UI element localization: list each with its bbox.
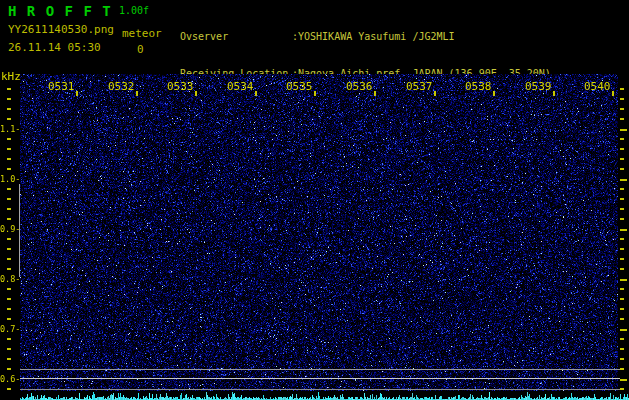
frequency-tick-label: 1.1- [0,124,19,134]
signal-level-canvas [20,391,629,400]
freq-minor-tick-left [7,158,11,160]
frequency-tick-label: 0.9- [0,224,19,234]
meteor-count: 0 [137,43,144,56]
time-tick-label: 0540 [584,80,611,93]
time-tick-mark [76,91,78,96]
time-tick-mark [553,91,555,96]
info-value: :YOSHIKAWA Yasufumi /JG2MLI [292,31,455,43]
freq-minor-tick-right [620,168,624,170]
info-label: Ovserver [180,31,292,43]
freq-major-tick-right [620,129,627,131]
freq-minor-tick-left [7,348,11,350]
freq-minor-tick-left [7,198,11,200]
observation-datetime: 26.11.14 05:30 [8,41,101,54]
time-tick-label: 0535 [286,80,313,93]
freq-minor-tick-left [7,138,11,140]
freq-major-tick-right [620,329,627,331]
app-title: H R O F F T [8,3,112,19]
info-row-observer: Ovserver :YOSHIKAWA Yasufumi /JG2MLI [180,31,551,43]
output-filename: YY2611140530.png [8,23,114,36]
time-tick-label: 0533 [167,80,194,93]
hrofft-screen: H R O F F T 1.00f YY2611140530.png meteo… [0,0,629,400]
spectrogram-noise-canvas [20,74,618,391]
freq-minor-tick-right [620,258,624,260]
time-tick-label: 0532 [108,80,135,93]
freq-minor-tick-left [7,188,11,190]
freq-minor-tick-right [620,188,624,190]
freq-minor-tick-left [7,368,11,370]
freq-minor-tick-right [620,308,624,310]
freq-major-tick-right [620,229,627,231]
freq-minor-tick-left [7,118,11,120]
freq-minor-tick-right [620,298,624,300]
reference-line-upper [20,369,620,370]
calibration-bar [19,184,20,277]
freq-minor-tick-left [7,388,11,390]
time-tick-label: 0539 [525,80,552,93]
time-tick-label: 0537 [406,80,433,93]
time-tick-mark [374,91,376,96]
time-tick-mark [493,91,495,96]
freq-major-tick-right [620,379,627,381]
freq-minor-tick-left [7,148,11,150]
y-axis-unit-label: kHz [1,70,21,83]
freq-major-tick-right [620,179,627,181]
freq-minor-tick-right [620,138,624,140]
freq-minor-tick-right [620,368,624,370]
app-version: 1.00f [119,5,149,16]
freq-minor-tick-left [7,288,11,290]
time-tick-label: 0536 [346,80,373,93]
freq-minor-tick-left [7,298,11,300]
freq-minor-tick-left [7,248,11,250]
time-tick-mark [434,91,436,96]
freq-minor-tick-left [7,268,11,270]
time-tick-label: 0531 [48,80,75,93]
freq-minor-tick-left [7,218,11,220]
freq-minor-tick-left [7,108,11,110]
freq-minor-tick-right [620,198,624,200]
freq-minor-tick-left [7,338,11,340]
freq-minor-tick-left [7,308,11,310]
freq-minor-tick-left [7,238,11,240]
frequency-tick-label: 0.7- [0,324,19,334]
freq-minor-tick-right [620,318,624,320]
time-tick-mark [195,91,197,96]
freq-minor-tick-right [620,358,624,360]
freq-minor-tick-right [620,208,624,210]
freq-major-tick-right [620,279,627,281]
time-tick-label: 0534 [227,80,254,93]
freq-minor-tick-right [620,238,624,240]
freq-minor-tick-right [620,118,624,120]
freq-minor-tick-left [7,208,11,210]
time-tick-mark [255,91,257,96]
frequency-tick-label: 0.6- [0,374,19,384]
time-tick-mark [314,91,316,96]
freq-minor-tick-right [620,148,624,150]
freq-minor-tick-right [620,268,624,270]
freq-minor-tick-right [620,98,624,100]
freq-minor-tick-right [620,348,624,350]
freq-minor-tick-left [7,358,11,360]
freq-minor-tick-left [7,258,11,260]
freq-minor-tick-right [620,288,624,290]
freq-minor-tick-right [620,248,624,250]
mode-label: meteor [122,27,162,40]
freq-minor-tick-left [7,98,11,100]
freq-minor-tick-right [620,218,624,220]
frequency-tick-label: 0.8- [0,274,19,284]
freq-minor-tick-right [620,158,624,160]
reference-line-center [20,378,620,379]
freq-minor-tick-left [7,168,11,170]
time-tick-label: 0538 [465,80,492,93]
time-tick-mark [612,91,614,96]
frequency-tick-label: 1.0- [0,174,19,184]
freq-minor-tick-right [620,338,624,340]
freq-minor-tick-right [620,388,624,390]
reference-line-lower [20,389,620,390]
freq-minor-tick-right [620,108,624,110]
time-tick-mark [136,91,138,96]
freq-minor-tick-left [7,318,11,320]
freq-minor-tick-right [620,88,624,90]
freq-minor-tick-left [7,88,11,90]
